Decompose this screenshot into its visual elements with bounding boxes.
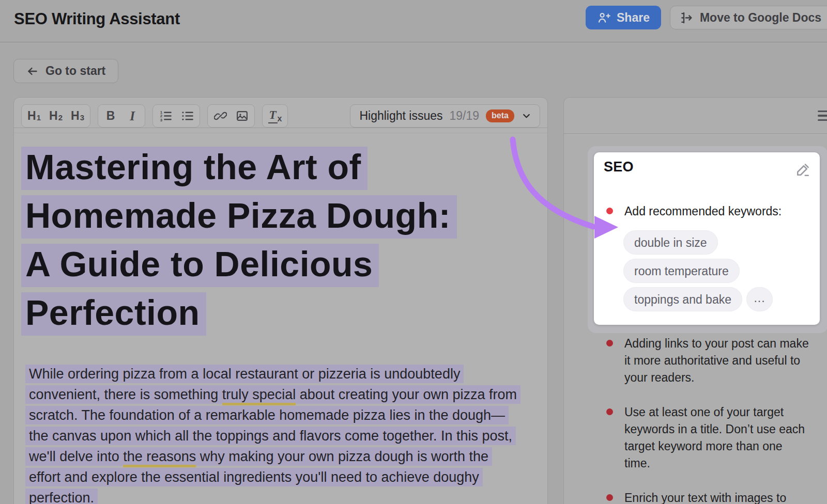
heading-button-group: H1 H2 H3 — [21, 104, 90, 128]
recommendation-label: Add recommended keywords: — [624, 205, 782, 217]
seo-card-title: SEO — [604, 159, 634, 175]
menu-icon[interactable] — [818, 111, 827, 121]
edit-keywords-button[interactable] — [794, 162, 811, 178]
list-item: Adding links to your post can make it mo… — [606, 335, 811, 386]
heading-line: Perfection — [21, 292, 206, 336]
document-paragraph: While ordering pizza from a local restau… — [25, 364, 517, 504]
heading-line: A Guide to Delicious — [21, 244, 379, 287]
h1-button[interactable]: H1 — [23, 106, 45, 126]
highlight-issues-label: Highlight issues — [359, 109, 442, 123]
svg-text:3: 3 — [160, 118, 162, 122]
issue-dot-icon — [606, 340, 613, 346]
seo-recommendation: Add recommended keywords: — [606, 205, 782, 217]
beta-badge: beta — [486, 109, 514, 122]
editor-toolbar: H1 H2 H3 B I 1 2 3 — [14, 98, 547, 128]
tip-text: Use at least one of your target keywords… — [624, 404, 810, 472]
keyword-pill[interactable]: double in size — [623, 230, 718, 255]
issue-dot-icon — [606, 408, 613, 415]
flagged-phrase: the reasons — [123, 449, 196, 467]
move-to-google-docs-button[interactable]: Move to Google Docs — [670, 6, 827, 29]
document-heading: Mastering the Art of Homemade Pizza Doug… — [21, 147, 535, 336]
clear-formatting-button[interactable]: Tx — [264, 106, 286, 126]
h3-button[interactable]: H3 — [67, 106, 88, 126]
image-icon — [236, 109, 249, 122]
header-actions: Share Move to Google Docs — [586, 6, 827, 29]
heading-line: Mastering the Art of — [21, 147, 367, 190]
italic-button[interactable]: I — [121, 106, 143, 126]
arrow-left-icon — [26, 65, 39, 77]
link-icon — [214, 109, 227, 122]
bullet-list-icon — [180, 109, 194, 123]
bold-button[interactable]: B — [100, 106, 121, 126]
app-header: SEO Writing Assistant Share M — [0, 0, 827, 42]
recommendations-panel-header — [564, 98, 827, 134]
editor-panel: H1 H2 H3 B I 1 2 3 — [13, 97, 548, 504]
highlight-issues-dropdown[interactable]: Highlight issues 19/19 beta — [350, 104, 540, 128]
more-keywords-button[interactable]: ... — [746, 287, 773, 311]
keyword-pill[interactable]: room temperature — [623, 259, 740, 283]
ordered-list-icon: 1 2 3 — [159, 109, 173, 123]
clear-format-group: Tx — [262, 104, 288, 128]
recommendation-list: Adding links to your post can make it mo… — [606, 335, 811, 504]
seo-card: SEO Add recommended keywords: double in … — [594, 152, 820, 325]
h2-button[interactable]: H2 — [45, 106, 67, 126]
tip-text: Enrich your text with images to — [624, 490, 810, 504]
list-button-group: 1 2 3 — [152, 104, 200, 128]
style-button-group: B I — [98, 104, 145, 128]
insert-button-group — [207, 104, 255, 128]
page-title: SEO Writing Assistant — [14, 10, 180, 28]
bullet-list-button[interactable] — [176, 106, 198, 126]
issue-dot-icon — [606, 208, 613, 214]
link-button[interactable] — [209, 106, 231, 126]
issue-dot-icon — [606, 494, 613, 501]
keyword-pills: double in size room temperature toppings… — [623, 230, 773, 311]
share-button[interactable]: Share — [586, 6, 661, 29]
chevron-down-icon — [521, 111, 532, 121]
editor-content[interactable]: Mastering the Art of Homemade Pizza Doug… — [14, 133, 547, 504]
list-item: Enrich your text with images to — [606, 490, 811, 504]
image-button[interactable] — [231, 106, 253, 126]
pencil-icon — [795, 162, 810, 178]
tip-text: Adding links to your post can make it mo… — [624, 335, 810, 386]
list-item: Use at least one of your target keywords… — [606, 404, 811, 472]
issues-count: 19/19 — [450, 109, 480, 123]
share-button-label: Share — [617, 11, 650, 25]
keyword-pill[interactable]: toppings and bake — [623, 287, 742, 311]
move-button-label: Move to Google Docs — [700, 11, 821, 25]
go-to-start-label: Go to start — [45, 64, 105, 78]
ordered-list-button[interactable]: 1 2 3 — [155, 106, 176, 126]
go-to-start-button[interactable]: Go to start — [13, 59, 118, 83]
person-add-icon — [597, 11, 611, 25]
heading-line: Homemade Pizza Dough: — [21, 195, 457, 239]
recommendations-panel: SEO Add recommended keywords: double in … — [563, 97, 827, 504]
flagged-phrase: truly special — [222, 387, 296, 405]
export-docs-icon — [679, 11, 693, 25]
